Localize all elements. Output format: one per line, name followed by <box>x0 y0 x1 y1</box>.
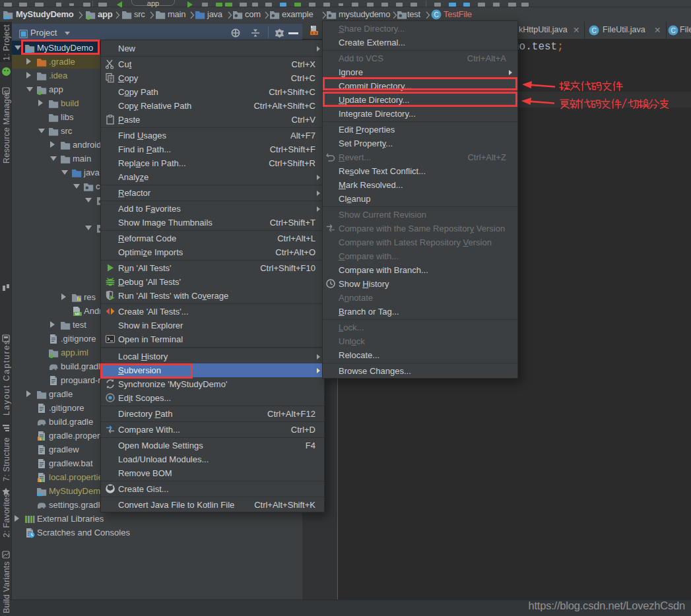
svg-text:C: C <box>671 27 675 34</box>
svg-text:C: C <box>591 27 596 34</box>
svg-text:MF: MF <box>75 312 81 316</box>
svg-text:C: C <box>434 11 439 18</box>
